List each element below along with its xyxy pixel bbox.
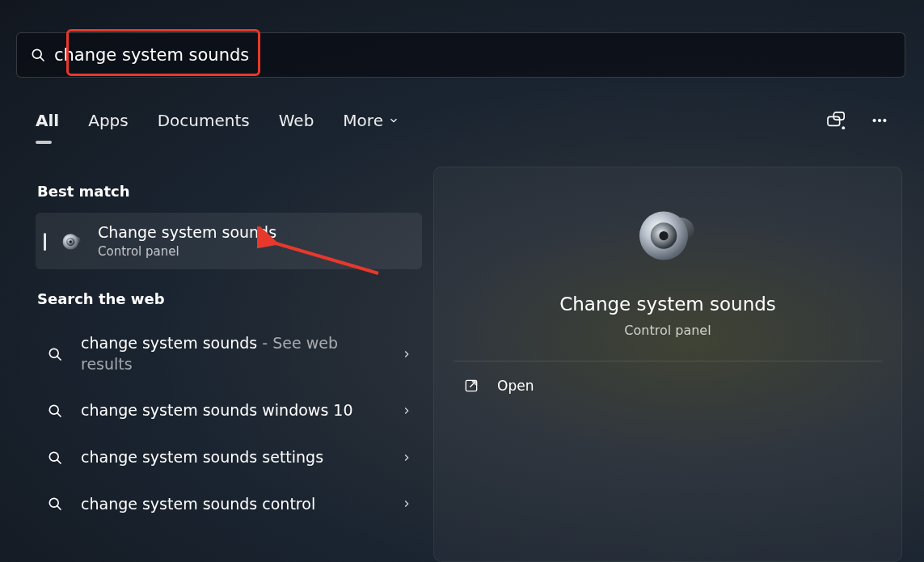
- search-input[interactable]: [54, 45, 898, 65]
- tab-web[interactable]: Web: [279, 111, 314, 130]
- svg-point-16: [49, 452, 58, 461]
- search-icon: [47, 346, 63, 362]
- tab-more[interactable]: More: [343, 111, 399, 130]
- tab-apps[interactable]: Apps: [88, 111, 129, 130]
- svg-line-15: [57, 413, 61, 417]
- web-result-label: change system sounds - See web results: [81, 333, 383, 374]
- best-match-header: Best match: [37, 183, 422, 200]
- chat-with-bing-icon[interactable]: [827, 112, 846, 129]
- svg-line-19: [57, 506, 61, 510]
- svg-point-23: [659, 231, 668, 240]
- chevron-right-icon: [401, 405, 412, 416]
- speaker-icon: [61, 230, 83, 252]
- preview-title: Change system sounds: [454, 294, 882, 315]
- preview-subtitle: Control panel: [454, 323, 882, 338]
- web-result-item[interactable]: change system sounds settings: [36, 434, 422, 481]
- open-action-label: Open: [497, 378, 534, 394]
- svg-line-17: [57, 459, 61, 463]
- web-result-item[interactable]: change system sounds windows 10: [36, 387, 422, 434]
- svg-point-4: [842, 126, 845, 129]
- tab-all[interactable]: All: [36, 111, 59, 130]
- svg-point-5: [873, 119, 875, 121]
- best-match-title: Change system sounds: [98, 223, 276, 241]
- search-filter-tabs: All Apps Documents Web More: [36, 111, 888, 130]
- svg-rect-3: [833, 112, 844, 120]
- svg-point-12: [49, 349, 58, 357]
- result-preview-pane: Change system sounds Control panel Open: [433, 167, 902, 562]
- more-options-icon[interactable]: [871, 112, 888, 129]
- svg-point-0: [32, 49, 41, 58]
- svg-line-1: [40, 57, 44, 61]
- speaker-icon: [635, 201, 700, 266]
- web-result-label: change system sounds windows 10: [81, 400, 383, 421]
- open-action[interactable]: Open: [434, 361, 901, 410]
- svg-point-18: [49, 499, 58, 508]
- search-icon: [47, 403, 63, 419]
- svg-point-6: [878, 119, 880, 121]
- search-icon: [47, 450, 63, 466]
- tab-more-label: More: [343, 111, 383, 130]
- search-results-column: Best match Change system sounds Control …: [36, 173, 422, 562]
- web-result-item[interactable]: change system sounds control: [36, 481, 422, 528]
- search-web-header: Search the web: [37, 290, 422, 307]
- chevron-down-icon: [388, 115, 399, 126]
- search-icon: [30, 47, 46, 63]
- web-result-item[interactable]: change system sounds - See web results: [36, 320, 422, 387]
- chevron-right-icon: [401, 498, 412, 509]
- best-match-subtitle: Control panel: [98, 244, 276, 259]
- web-result-label: change system sounds control: [81, 494, 383, 515]
- open-external-icon: [463, 378, 479, 394]
- chevron-right-icon: [401, 452, 412, 463]
- selection-indicator: [44, 233, 46, 251]
- chevron-right-icon: [401, 349, 412, 360]
- web-results-list: change system sounds - See web results c…: [36, 320, 422, 527]
- search-bar[interactable]: [16, 32, 905, 78]
- svg-line-13: [57, 356, 61, 360]
- search-icon: [47, 496, 63, 512]
- svg-point-11: [70, 240, 73, 243]
- active-tab-indicator: [36, 141, 52, 144]
- tab-documents[interactable]: Documents: [158, 111, 250, 130]
- best-match-result[interactable]: Change system sounds Control panel: [36, 213, 422, 269]
- web-result-label: change system sounds settings: [81, 447, 383, 468]
- svg-point-7: [884, 119, 886, 121]
- svg-point-14: [49, 405, 58, 414]
